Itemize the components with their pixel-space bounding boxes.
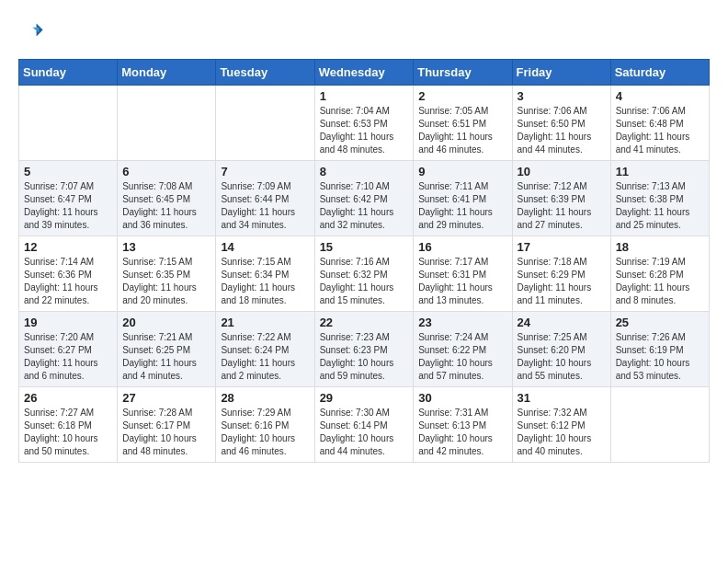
day-number: 28 xyxy=(221,391,309,405)
day-number: 8 xyxy=(320,165,409,178)
calendar-cell: 20Sunrise: 7:21 AM Sunset: 6:25 PM Dayli… xyxy=(118,312,216,387)
day-info: Sunrise: 7:27 AM Sunset: 6:18 PM Dayligh… xyxy=(24,407,112,458)
day-number: 31 xyxy=(518,391,606,405)
calendar-cell: 15Sunrise: 7:16 AM Sunset: 6:32 PM Dayli… xyxy=(314,236,414,312)
day-number: 18 xyxy=(616,240,704,254)
day-of-week-header: Monday xyxy=(118,60,216,86)
day-info: Sunrise: 7:25 AM Sunset: 6:20 PM Dayligh… xyxy=(518,331,606,383)
day-info: Sunrise: 7:06 AM Sunset: 6:50 PM Dayligh… xyxy=(518,105,606,156)
day-number: 26 xyxy=(24,391,112,405)
day-info: Sunrise: 7:18 AM Sunset: 6:29 PM Dayligh… xyxy=(518,256,606,307)
calendar-week-row: 5Sunrise: 7:07 AM Sunset: 6:47 PM Daylig… xyxy=(19,161,710,236)
day-number: 30 xyxy=(418,391,506,405)
header-row: SundayMondayTuesdayWednesdayThursdayFrid… xyxy=(19,60,710,86)
day-number: 1 xyxy=(320,89,409,103)
day-info: Sunrise: 7:08 AM Sunset: 6:45 PM Dayligh… xyxy=(122,180,210,232)
calendar-cell: 21Sunrise: 7:22 AM Sunset: 6:24 PM Dayli… xyxy=(216,312,314,387)
day-number: 12 xyxy=(24,240,112,254)
day-info: Sunrise: 7:16 AM Sunset: 6:32 PM Dayligh… xyxy=(320,256,409,307)
calendar-cell: 31Sunrise: 7:32 AM Sunset: 6:12 PM Dayli… xyxy=(512,387,610,463)
day-number: 13 xyxy=(122,240,210,254)
day-number: 6 xyxy=(122,165,210,178)
calendar-cell: 6Sunrise: 7:08 AM Sunset: 6:45 PM Daylig… xyxy=(118,161,216,236)
day-info: Sunrise: 7:04 AM Sunset: 6:53 PM Dayligh… xyxy=(320,105,409,156)
day-number: 14 xyxy=(221,240,309,254)
day-info: Sunrise: 7:17 AM Sunset: 6:31 PM Dayligh… xyxy=(418,256,506,307)
calendar-cell: 11Sunrise: 7:13 AM Sunset: 6:38 PM Dayli… xyxy=(610,161,709,236)
day-of-week-header: Wednesday xyxy=(314,60,414,86)
calendar-cell: 29Sunrise: 7:30 AM Sunset: 6:14 PM Dayli… xyxy=(314,387,414,463)
calendar-cell: 24Sunrise: 7:25 AM Sunset: 6:20 PM Dayli… xyxy=(512,312,610,387)
calendar-table: SundayMondayTuesdayWednesdayThursdayFrid… xyxy=(18,59,710,463)
day-info: Sunrise: 7:24 AM Sunset: 6:22 PM Dayligh… xyxy=(418,331,506,383)
calendar-cell: 2Sunrise: 7:05 AM Sunset: 6:51 PM Daylig… xyxy=(414,86,512,161)
calendar-cell: 26Sunrise: 7:27 AM Sunset: 6:18 PM Dayli… xyxy=(19,387,118,463)
day-number: 9 xyxy=(418,165,506,178)
calendar-cell: 13Sunrise: 7:15 AM Sunset: 6:35 PM Dayli… xyxy=(118,236,216,312)
day-info: Sunrise: 7:06 AM Sunset: 6:48 PM Dayligh… xyxy=(616,105,704,156)
day-number: 23 xyxy=(418,316,506,329)
day-info: Sunrise: 7:19 AM Sunset: 6:28 PM Dayligh… xyxy=(616,256,704,307)
logo-icon xyxy=(18,18,44,44)
day-number: 3 xyxy=(518,89,606,103)
calendar-cell: 19Sunrise: 7:20 AM Sunset: 6:27 PM Dayli… xyxy=(19,312,118,387)
day-info: Sunrise: 7:14 AM Sunset: 6:36 PM Dayligh… xyxy=(24,256,112,307)
day-info: Sunrise: 7:11 AM Sunset: 6:41 PM Dayligh… xyxy=(418,180,506,232)
calendar-cell: 10Sunrise: 7:12 AM Sunset: 6:39 PM Dayli… xyxy=(512,161,610,236)
day-info: Sunrise: 7:15 AM Sunset: 6:34 PM Dayligh… xyxy=(221,256,309,307)
calendar-cell: 25Sunrise: 7:26 AM Sunset: 6:19 PM Dayli… xyxy=(610,312,709,387)
calendar-cell: 22Sunrise: 7:23 AM Sunset: 6:23 PM Dayli… xyxy=(314,312,414,387)
day-of-week-header: Tuesday xyxy=(216,60,314,86)
day-info: Sunrise: 7:15 AM Sunset: 6:35 PM Dayligh… xyxy=(122,256,210,307)
calendar-cell: 9Sunrise: 7:11 AM Sunset: 6:41 PM Daylig… xyxy=(414,161,512,236)
calendar-cell: 5Sunrise: 7:07 AM Sunset: 6:47 PM Daylig… xyxy=(19,161,118,236)
calendar-cell: 23Sunrise: 7:24 AM Sunset: 6:22 PM Dayli… xyxy=(414,312,512,387)
calendar-cell: 17Sunrise: 7:18 AM Sunset: 6:29 PM Dayli… xyxy=(512,236,610,312)
day-number: 17 xyxy=(518,240,606,254)
calendar-header: SundayMondayTuesdayWednesdayThursdayFrid… xyxy=(19,60,710,86)
svg-marker-1 xyxy=(32,28,39,33)
calendar-cell xyxy=(216,86,314,161)
day-number: 29 xyxy=(320,391,409,405)
day-info: Sunrise: 7:09 AM Sunset: 6:44 PM Dayligh… xyxy=(221,180,309,232)
day-info: Sunrise: 7:07 AM Sunset: 6:47 PM Dayligh… xyxy=(24,180,112,232)
day-of-week-header: Thursday xyxy=(414,60,512,86)
day-number: 15 xyxy=(320,240,409,254)
calendar-cell: 12Sunrise: 7:14 AM Sunset: 6:36 PM Dayli… xyxy=(19,236,118,312)
calendar-cell: 27Sunrise: 7:28 AM Sunset: 6:17 PM Dayli… xyxy=(118,387,216,463)
day-info: Sunrise: 7:32 AM Sunset: 6:12 PM Dayligh… xyxy=(518,407,606,458)
day-info: Sunrise: 7:23 AM Sunset: 6:23 PM Dayligh… xyxy=(320,331,409,383)
calendar-body: 1Sunrise: 7:04 AM Sunset: 6:53 PM Daylig… xyxy=(19,86,710,463)
calendar-cell: 1Sunrise: 7:04 AM Sunset: 6:53 PM Daylig… xyxy=(314,86,414,161)
calendar-cell: 7Sunrise: 7:09 AM Sunset: 6:44 PM Daylig… xyxy=(216,161,314,236)
page-header xyxy=(18,18,710,44)
day-number: 11 xyxy=(616,165,704,178)
day-number: 16 xyxy=(418,240,506,254)
day-info: Sunrise: 7:30 AM Sunset: 6:14 PM Dayligh… xyxy=(320,407,409,458)
day-number: 25 xyxy=(616,316,704,329)
day-info: Sunrise: 7:31 AM Sunset: 6:13 PM Dayligh… xyxy=(418,407,506,458)
day-number: 19 xyxy=(24,316,112,329)
day-number: 4 xyxy=(616,89,704,103)
day-number: 7 xyxy=(221,165,309,178)
day-of-week-header: Sunday xyxy=(19,60,118,86)
calendar-cell: 28Sunrise: 7:29 AM Sunset: 6:16 PM Dayli… xyxy=(216,387,314,463)
day-info: Sunrise: 7:29 AM Sunset: 6:16 PM Dayligh… xyxy=(221,407,309,458)
day-info: Sunrise: 7:10 AM Sunset: 6:42 PM Dayligh… xyxy=(320,180,409,232)
day-of-week-header: Saturday xyxy=(610,60,709,86)
calendar-cell: 30Sunrise: 7:31 AM Sunset: 6:13 PM Dayli… xyxy=(414,387,512,463)
day-of-week-header: Friday xyxy=(512,60,610,86)
calendar-cell: 8Sunrise: 7:10 AM Sunset: 6:42 PM Daylig… xyxy=(314,161,414,236)
day-number: 20 xyxy=(122,316,210,329)
day-info: Sunrise: 7:21 AM Sunset: 6:25 PM Dayligh… xyxy=(122,331,210,383)
day-number: 22 xyxy=(320,316,409,329)
day-number: 10 xyxy=(518,165,606,178)
calendar-cell xyxy=(610,387,709,463)
day-info: Sunrise: 7:13 AM Sunset: 6:38 PM Dayligh… xyxy=(616,180,704,232)
calendar-cell: 3Sunrise: 7:06 AM Sunset: 6:50 PM Daylig… xyxy=(512,86,610,161)
calendar-week-row: 19Sunrise: 7:20 AM Sunset: 6:27 PM Dayli… xyxy=(19,312,710,387)
logo xyxy=(18,18,48,44)
day-number: 24 xyxy=(518,316,606,329)
calendar-week-row: 12Sunrise: 7:14 AM Sunset: 6:36 PM Dayli… xyxy=(19,236,710,312)
day-number: 21 xyxy=(221,316,309,329)
